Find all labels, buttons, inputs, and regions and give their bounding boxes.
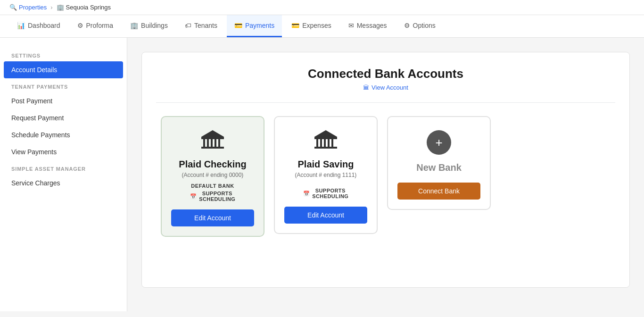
divider bbox=[156, 102, 615, 103]
properties-label[interactable]: Properties bbox=[19, 4, 47, 11]
nav-item-proforma[interactable]: ⚙ Proforma bbox=[70, 15, 121, 37]
page-title: Connected Bank Accounts bbox=[156, 67, 615, 81]
nav-item-payments[interactable]: 💳 Payments bbox=[227, 15, 282, 37]
sidebar-section-tenant-payments: TENANT PAYMENTS bbox=[0, 78, 127, 92]
proforma-icon: ⚙ bbox=[77, 22, 83, 29]
svg-rect-9 bbox=[316, 139, 318, 147]
payments-icon: 💳 bbox=[234, 22, 242, 29]
svg-rect-2 bbox=[207, 139, 209, 147]
sidebar-item-view-payments[interactable]: View Payments bbox=[0, 143, 127, 160]
property-name: 🏢 Sequoia Springs bbox=[57, 4, 111, 11]
bank-icon-saving bbox=[314, 130, 337, 153]
bank-card-plaid-saving: Plaid Saving (Account # ending 1111) 📅 S… bbox=[274, 116, 378, 234]
nav-label-tenants: Tenants bbox=[194, 22, 217, 29]
svg-rect-4 bbox=[215, 139, 216, 147]
svg-rect-10 bbox=[320, 139, 322, 147]
svg-rect-6 bbox=[201, 147, 224, 149]
new-bank-label: New Bank bbox=[416, 162, 462, 173]
properties-link[interactable]: 🔍 Properties bbox=[9, 4, 47, 11]
edit-account-button-saving[interactable]: Edit Account bbox=[284, 207, 367, 224]
bank-default-badge: DEFAULT BANK bbox=[191, 183, 234, 189]
sidebar-section-settings: SETTINGS bbox=[0, 47, 127, 61]
svg-rect-8 bbox=[314, 137, 337, 139]
edit-account-button-checking[interactable]: Edit Account bbox=[171, 209, 254, 226]
content-area: Connected Bank Accounts 🏛 View Account bbox=[127, 38, 644, 311]
bank-icon-checking bbox=[201, 130, 224, 153]
nav-item-expenses[interactable]: 💳 Expenses bbox=[284, 15, 339, 37]
sidebar: SETTINGS Account Details TENANT PAYMENTS… bbox=[0, 38, 127, 311]
svg-rect-12 bbox=[328, 139, 330, 147]
svg-marker-7 bbox=[201, 130, 224, 137]
content-card: Connected Bank Accounts 🏛 View Account bbox=[141, 52, 630, 288]
buildings-icon: 🏢 bbox=[130, 22, 138, 29]
bank-scheduling-saving: 📅 SUPPORTSSCHEDULING bbox=[303, 188, 349, 199]
sidebar-item-schedule-payments[interactable]: Schedule Payments bbox=[0, 126, 127, 143]
bank-account-num-saving: (Account # ending 1111) bbox=[295, 172, 357, 178]
breadcrumb-separator: › bbox=[50, 4, 52, 11]
connect-bank-button[interactable]: Connect Bank bbox=[397, 183, 480, 200]
view-account-icon: 🏛 bbox=[363, 84, 369, 91]
nav-item-messages[interactable]: ✉ Messages bbox=[341, 15, 395, 37]
bank-name-checking: Plaid Checking bbox=[179, 159, 246, 170]
svg-rect-11 bbox=[324, 139, 326, 147]
sidebar-item-post-payment[interactable]: Post Payment bbox=[0, 92, 127, 109]
nav-item-buildings[interactable]: 🏢 Buildings bbox=[123, 15, 175, 37]
view-account-label: View Account bbox=[372, 84, 408, 91]
bank-account-num-checking: (Account # ending 0000) bbox=[182, 172, 244, 178]
nav-bar: 📊 Dashboard ⚙ Proforma 🏢 Buildings 🏷 Ten… bbox=[0, 15, 644, 38]
dashboard-icon: 📊 bbox=[17, 22, 25, 29]
calendar-icon-saving: 📅 bbox=[303, 191, 310, 197]
main-layout: SETTINGS Account Details TENANT PAYMENTS… bbox=[0, 38, 644, 311]
svg-rect-1 bbox=[203, 139, 205, 147]
view-account-link[interactable]: 🏛 View Account bbox=[156, 84, 615, 91]
bank-card-new: + New Bank Connect Bank bbox=[387, 116, 491, 210]
svg-rect-5 bbox=[218, 139, 220, 147]
building-icon: 🏢 bbox=[57, 4, 64, 11]
tenants-icon: 🏷 bbox=[185, 22, 191, 29]
bank-scheduling-checking: 📅 SUPPORTSSCHEDULING bbox=[190, 191, 236, 202]
nav-item-tenants[interactable]: 🏷 Tenants bbox=[177, 15, 225, 37]
nav-label-payments: Payments bbox=[245, 22, 274, 29]
messages-icon: ✉ bbox=[348, 22, 354, 29]
nav-item-dashboard[interactable]: 📊 Dashboard bbox=[9, 15, 68, 37]
svg-rect-13 bbox=[331, 139, 333, 147]
nav-label-dashboard: Dashboard bbox=[28, 22, 60, 29]
bank-name-saving: Plaid Saving bbox=[298, 159, 354, 170]
calendar-icon-checking: 📅 bbox=[190, 193, 197, 200]
options-icon: ⚙ bbox=[404, 22, 410, 29]
sidebar-item-service-charges[interactable]: Service Charges bbox=[0, 175, 127, 192]
nav-label-options: Options bbox=[413, 22, 436, 29]
nav-label-proforma: Proforma bbox=[86, 22, 114, 29]
expenses-icon: 💳 bbox=[291, 22, 299, 29]
breadcrumb-bar: 🔍 Properties › 🏢 Sequoia Springs bbox=[0, 0, 644, 15]
svg-rect-3 bbox=[211, 139, 213, 147]
nav-label-expenses: Expenses bbox=[302, 22, 331, 29]
sidebar-section-asset-manager: SIMPLE ASSET MANAGER bbox=[0, 160, 127, 175]
bank-card-plaid-checking: Plaid Checking (Account # ending 0000) D… bbox=[161, 116, 264, 237]
nav-item-options[interactable]: ⚙ Options bbox=[396, 15, 443, 37]
nav-label-buildings: Buildings bbox=[141, 22, 168, 29]
plus-icon: + bbox=[427, 130, 451, 155]
svg-marker-15 bbox=[314, 130, 337, 137]
bank-cards-container: Plaid Checking (Account # ending 0000) D… bbox=[156, 116, 615, 237]
sidebar-item-account-details[interactable]: Account Details bbox=[4, 61, 123, 78]
svg-rect-0 bbox=[201, 137, 224, 139]
nav-label-messages: Messages bbox=[357, 22, 387, 29]
svg-rect-14 bbox=[314, 147, 337, 149]
search-icon: 🔍 bbox=[9, 4, 17, 11]
sidebar-item-request-payment[interactable]: Request Payment bbox=[0, 109, 127, 126]
